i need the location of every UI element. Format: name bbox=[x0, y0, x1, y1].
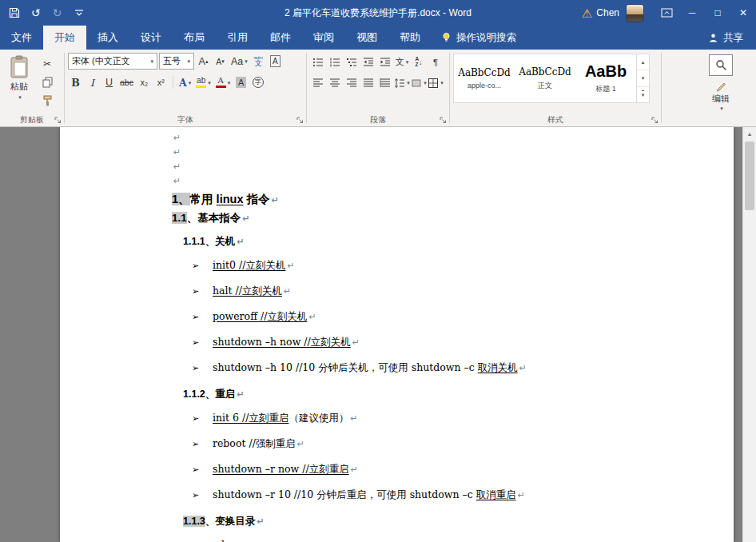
italic-button[interactable]: I bbox=[85, 74, 100, 90]
heading-3[interactable]: 1.1.3、变换目录↵ bbox=[172, 511, 734, 532]
tab-file[interactable]: 文件 bbox=[0, 26, 43, 50]
paste-button[interactable]: 粘贴 ▾ bbox=[3, 53, 35, 114]
phonetic-guide-button[interactable]: wén文 bbox=[251, 54, 266, 70]
empty-paragraph[interactable]: ↵ bbox=[172, 173, 734, 188]
heading-3[interactable]: 1.1.2、重启↵ bbox=[172, 384, 734, 405]
font-dialog-launcher[interactable] bbox=[296, 117, 304, 124]
list-item[interactable]: ➢shutdown –h now //立刻关机↵ bbox=[172, 329, 734, 355]
shrink-font-button[interactable]: A▾ bbox=[213, 54, 228, 70]
character-shading-button[interactable]: A bbox=[233, 74, 249, 90]
tab-design[interactable]: 设计 bbox=[129, 26, 173, 50]
style-card-normal[interactable]: AaBbCcDd 正文 bbox=[515, 54, 575, 102]
styles-dialog-launcher[interactable] bbox=[651, 117, 659, 124]
bold-button[interactable]: B bbox=[68, 74, 83, 90]
strikethrough-button[interactable]: abc bbox=[118, 74, 135, 90]
align-center-button[interactable] bbox=[327, 75, 343, 90]
justify-button[interactable] bbox=[360, 75, 376, 90]
page[interactable]: ↵↵↵↵1、常用 linux 指令↵1.1、基本指令↵1.1.1、关机↵➢ini… bbox=[60, 127, 734, 542]
share-button[interactable]: 共享 bbox=[695, 26, 756, 50]
chevron-down-icon: ▾ bbox=[150, 58, 153, 64]
warning-icon[interactable]: ⚠ bbox=[582, 7, 592, 19]
grow-font-button[interactable]: A▴ bbox=[196, 54, 211, 70]
user-name[interactable]: Chen bbox=[596, 7, 619, 18]
styles-scroll-down-button[interactable]: ▾ bbox=[637, 70, 649, 86]
character-border-button[interactable]: A bbox=[268, 54, 283, 70]
tab-view[interactable]: 视图 bbox=[345, 26, 388, 50]
close-button[interactable]: ✕ bbox=[730, 0, 756, 26]
font-name-select[interactable]: 宋体 (中文正文 ▾ bbox=[68, 53, 157, 70]
text-effects-button[interactable]: A▾ bbox=[177, 74, 193, 90]
increase-indent-button[interactable] bbox=[377, 54, 393, 70]
list-item[interactable]: ➢shutdown –h 10 //10 分钟后关机，可使用 shutdown … bbox=[172, 355, 734, 381]
maximize-button[interactable]: □ bbox=[705, 0, 730, 26]
list-item[interactable]: ➢cd↵ bbox=[172, 532, 734, 542]
list-item[interactable]: ➢shutdown –r now //立刻重启↵ bbox=[172, 456, 734, 482]
scrollbar-up-button[interactable]: ▴ bbox=[743, 127, 756, 141]
decrease-indent-button[interactable] bbox=[360, 54, 376, 70]
text-run: 1.1 bbox=[172, 212, 187, 224]
tab-home[interactable]: 开始 bbox=[43, 26, 86, 50]
empty-paragraph[interactable]: ↵ bbox=[172, 145, 734, 159]
style-card-heading1[interactable]: AaBb 标题 1 bbox=[575, 54, 636, 102]
font-size-select[interactable]: 五号 ▾ bbox=[159, 53, 194, 70]
show-hide-marks-button[interactable]: ¶ bbox=[428, 54, 444, 70]
heading-2[interactable]: 1.1、基本指令↵ bbox=[172, 209, 734, 228]
heading-1[interactable]: 1、常用 linux 指令↵ bbox=[172, 190, 734, 209]
change-case-button[interactable]: Aa▾ bbox=[229, 54, 249, 70]
sort-button[interactable]: AZ ↓ bbox=[411, 54, 427, 70]
copy-button[interactable] bbox=[40, 76, 54, 89]
minimize-button[interactable]: ─ bbox=[679, 0, 705, 26]
asian-layout-button[interactable]: 文▾ bbox=[394, 54, 410, 70]
shading-button[interactable]: ▾ bbox=[411, 75, 427, 90]
ribbon-display-options-button[interactable] bbox=[654, 0, 679, 26]
tell-me-search[interactable]: 操作说明搜索 bbox=[432, 26, 526, 50]
styles-more-button[interactable]: ▾ bbox=[637, 87, 649, 102]
list-item[interactable]: ➢shutdown –r 10 //10 分钟后重启，可使用 shutdown … bbox=[172, 482, 734, 508]
redo-button[interactable]: ↻ bbox=[46, 0, 68, 26]
tab-help[interactable]: 帮助 bbox=[388, 26, 432, 50]
search-button[interactable] bbox=[709, 54, 733, 76]
bullets-button[interactable] bbox=[310, 54, 326, 70]
align-left-button[interactable] bbox=[310, 75, 326, 90]
list-item[interactable]: ➢reboot //强制重启↵ bbox=[172, 431, 734, 456]
vertical-scrollbar[interactable]: ▴ bbox=[742, 127, 756, 542]
editing-button[interactable]: 编辑 ▾ bbox=[712, 81, 730, 111]
customize-qat-button[interactable] bbox=[68, 0, 90, 26]
numbering-button[interactable] bbox=[327, 54, 343, 70]
highlight-color-button[interactable]: ab ▾ bbox=[194, 74, 213, 90]
superscript-button[interactable]: x² bbox=[153, 74, 169, 90]
chevron-down-icon: ▾ bbox=[189, 80, 192, 86]
cut-button[interactable]: ✂ bbox=[40, 58, 54, 70]
list-item[interactable]: ➢halt //立刻关机↵ bbox=[172, 278, 734, 304]
multilevel-list-button[interactable] bbox=[344, 54, 360, 70]
enclose-characters-button[interactable]: 字 bbox=[250, 74, 265, 90]
tab-layout[interactable]: 布局 bbox=[173, 26, 216, 50]
tab-review[interactable]: 审阅 bbox=[302, 26, 345, 50]
font-color-button[interactable]: A ▾ bbox=[214, 74, 233, 90]
subscript-button[interactable]: x₂ bbox=[137, 74, 152, 90]
list-item[interactable]: ➢poweroff //立刻关机↵ bbox=[172, 304, 734, 329]
format-painter-button[interactable] bbox=[40, 94, 54, 107]
styles-scroll-up-button[interactable]: ▴ bbox=[637, 54, 649, 70]
heading-3[interactable]: 1.1.1、关机↵ bbox=[172, 231, 734, 253]
underline-button[interactable]: U bbox=[101, 74, 117, 90]
list-item[interactable]: ➢init0 //立刻关机↵ bbox=[172, 253, 734, 278]
empty-paragraph[interactable]: ↵ bbox=[172, 130, 734, 145]
line-spacing-button[interactable]: ▾ bbox=[394, 75, 410, 90]
list-item[interactable]: ➢init 6 //立刻重启（建议使用）↵ bbox=[172, 405, 734, 431]
scrollbar-thumb[interactable] bbox=[745, 141, 754, 210]
tab-insert[interactable]: 插入 bbox=[86, 26, 129, 50]
save-button[interactable] bbox=[3, 0, 25, 26]
tab-references[interactable]: 引用 bbox=[216, 26, 259, 50]
style-card-apple[interactable]: AaBbCcDd apple-co... bbox=[454, 54, 515, 102]
paragraph-dialog-launcher[interactable] bbox=[440, 117, 447, 124]
empty-paragraph[interactable]: ↵ bbox=[172, 159, 734, 173]
undo-button[interactable]: ↺ bbox=[25, 0, 46, 26]
tab-mailings[interactable]: 邮件 bbox=[259, 26, 302, 50]
borders-button[interactable]: ▾ bbox=[428, 75, 444, 90]
distribute-button[interactable] bbox=[377, 75, 393, 90]
clipboard-dialog-launcher[interactable] bbox=[54, 117, 62, 124]
avatar[interactable] bbox=[626, 4, 644, 22]
align-right-button[interactable] bbox=[344, 75, 360, 90]
text-run: （建议使用） bbox=[288, 412, 348, 424]
